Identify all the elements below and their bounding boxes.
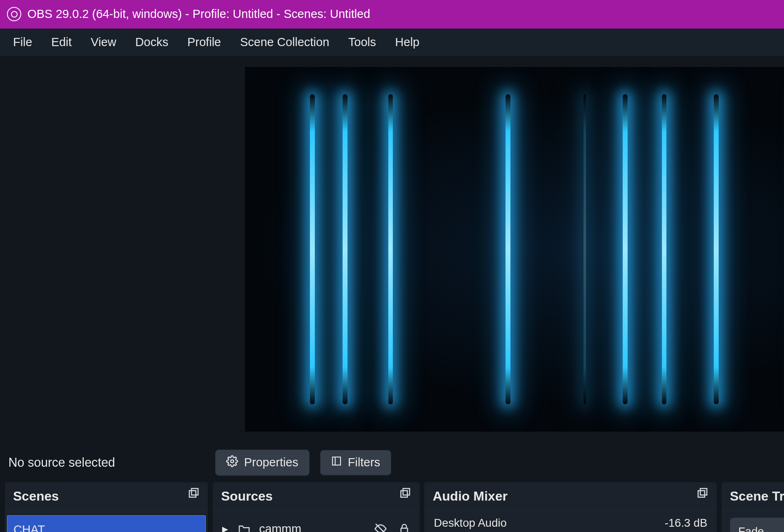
scene-item-chat[interactable]: CHAT	[7, 515, 205, 532]
mixer-channel: Desktop Audio-16.3 dB-60-55-50-45-40-35-…	[424, 514, 717, 532]
no-source-label: No source selected	[8, 455, 204, 470]
scenes-header: Scenes	[5, 482, 208, 511]
menu-docks[interactable]: Docks	[126, 29, 178, 55]
properties-button[interactable]: Properties	[215, 450, 310, 476]
popout-icon[interactable]	[398, 488, 411, 504]
transition-value: Fade	[738, 525, 764, 532]
svg-rect-8	[192, 489, 198, 495]
filters-icon	[331, 456, 342, 469]
preview-canvas[interactable]	[245, 67, 784, 432]
channel-db: -16.3 dB	[665, 516, 708, 530]
scenes-list: CHAT GameC	[5, 511, 208, 532]
menu-tools[interactable]: Tools	[339, 29, 386, 55]
scenes-title: Scenes	[13, 489, 59, 504]
menu-help[interactable]: Help	[385, 29, 429, 55]
scenes-dock: Scenes CHAT GameC	[5, 482, 208, 532]
source-name: cammm	[259, 522, 365, 532]
docks-row: Scenes CHAT GameC Sources ▸cammmalertCHA…	[0, 482, 784, 532]
sources-list: ▸cammmalertCHATT▸bggg	[213, 511, 420, 532]
sources-header: Sources	[213, 482, 420, 511]
mixer-title: Audio Mixer	[433, 489, 508, 504]
gear-icon	[226, 455, 238, 470]
menu-edit[interactable]: Edit	[42, 29, 81, 55]
filters-label: Filters	[348, 456, 380, 469]
svg-rect-31	[700, 489, 707, 495]
channel-name: Desktop Audio	[434, 516, 507, 530]
window-title: OBS 29.0.2 (64-bit, windows) - Profile: …	[27, 7, 784, 21]
mixer-body: Desktop Audio-16.3 dB-60-55-50-45-40-35-…	[424, 511, 717, 532]
sources-title: Sources	[221, 489, 272, 504]
lock-toggle[interactable]	[396, 521, 412, 532]
chevron-icon: ▸	[221, 522, 229, 532]
menu-profile[interactable]: Profile	[178, 29, 231, 55]
app-icon	[7, 7, 21, 21]
menu-bar: File Edit View Docks Profile Scene Colle…	[0, 29, 784, 56]
svg-point-4	[231, 460, 234, 463]
transitions-header: Scene Transitions	[722, 482, 784, 511]
sources-dock: Sources ▸cammmalertCHATT▸bggg	[213, 482, 420, 532]
svg-rect-16	[401, 528, 408, 532]
transitions-dock: Scene Transitions Fade Duration 300 ms	[722, 482, 784, 532]
popout-icon[interactable]	[695, 488, 708, 504]
transitions-body: Fade Duration 300 ms	[722, 511, 784, 532]
popout-icon[interactable]	[187, 488, 200, 504]
visibility-toggle[interactable]	[372, 521, 389, 532]
mixer-dock: Audio Mixer Desktop Audio-16.3 dB-60-55-…	[424, 482, 717, 532]
context-bar: No source selected Properties Filters	[0, 443, 784, 482]
svg-rect-7	[189, 491, 196, 497]
menu-file[interactable]: File	[4, 29, 42, 55]
transitions-title: Scene Transitions	[730, 489, 784, 504]
svg-rect-5	[332, 457, 341, 466]
svg-rect-13	[401, 491, 408, 497]
source-item[interactable]: ▸cammm	[213, 514, 420, 532]
folder-icon	[236, 521, 252, 532]
svg-rect-14	[403, 489, 410, 495]
preview-area	[0, 56, 784, 443]
svg-rect-30	[698, 491, 705, 497]
menu-scene-collection[interactable]: Scene Collection	[231, 29, 339, 55]
title-bar: OBS 29.0.2 (64-bit, windows) - Profile: …	[0, 0, 784, 29]
menu-view[interactable]: View	[81, 29, 126, 55]
transition-select[interactable]: Fade	[730, 518, 784, 532]
filters-button[interactable]: Filters	[320, 450, 391, 475]
mixer-header: Audio Mixer	[424, 482, 717, 511]
properties-label: Properties	[244, 456, 298, 469]
